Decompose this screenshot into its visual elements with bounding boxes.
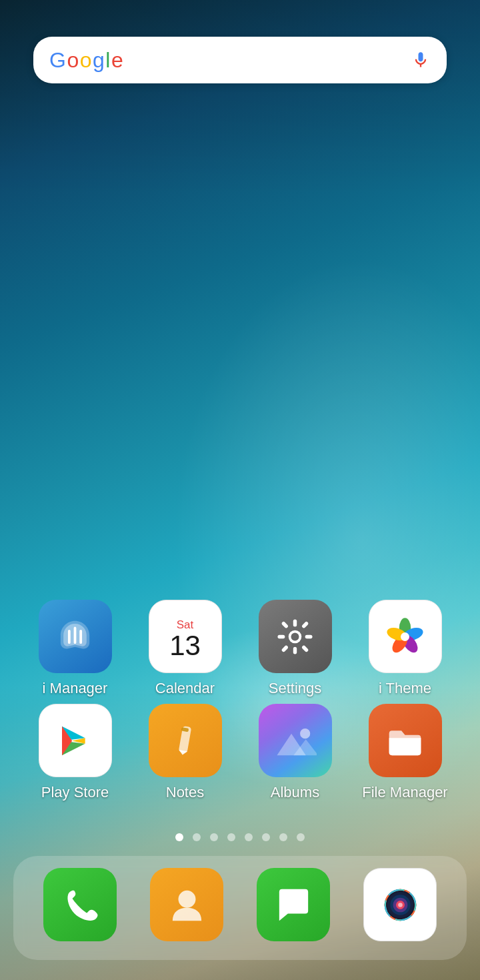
page-dot-2[interactable] (210, 833, 218, 841)
svg-rect-5 (305, 634, 313, 638)
svg-rect-9 (301, 644, 309, 652)
wallpaper-space (0, 97, 480, 600)
albums-icon (259, 704, 332, 777)
dock-item-phone[interactable]: Phone (40, 868, 120, 948)
dock-item-contacts[interactable]: Contacts (147, 868, 227, 948)
phone-icon (43, 868, 117, 941)
app-item-calendar[interactable]: Sat 13 Calendar (137, 600, 233, 697)
calendar-num: 13 (169, 632, 201, 660)
itheme-icon (369, 600, 442, 673)
app-item-playstore[interactable]: Play Store (27, 704, 123, 801)
page-indicators (0, 821, 480, 856)
page-dot-5[interactable] (262, 833, 270, 841)
messages-icon (257, 868, 330, 941)
svg-rect-2 (293, 619, 297, 626)
contacts-icon (150, 868, 223, 941)
playstore-label: Play Store (41, 784, 109, 801)
svg-rect-6 (281, 620, 289, 628)
app-item-imanager[interactable]: i Manager (27, 600, 123, 697)
app-item-filemanager[interactable]: File Manager (357, 704, 453, 801)
camera-icon (363, 868, 437, 941)
app-item-albums[interactable]: Albums (247, 704, 343, 801)
microphone-icon[interactable] (411, 50, 431, 70)
app-grid: i Manager Sat 13 Calendar (0, 600, 480, 821)
svg-rect-7 (301, 620, 309, 628)
svg-rect-3 (293, 646, 297, 654)
dock-item-messages[interactable]: Messages (253, 868, 333, 948)
settings-label: Settings (269, 680, 322, 697)
page-dot-7[interactable] (297, 833, 305, 841)
google-l: l (105, 48, 110, 73)
svg-point-23 (178, 890, 195, 907)
imanager-label: i Manager (43, 680, 108, 697)
settings-icon (259, 600, 332, 673)
playstore-icon (39, 704, 112, 777)
svg-rect-4 (278, 634, 285, 638)
svg-point-15 (401, 632, 409, 641)
svg-rect-8 (281, 644, 289, 652)
page-dot-4[interactable] (245, 833, 253, 841)
app-item-itheme[interactable]: i Theme (357, 600, 453, 697)
page-dot-6[interactable] (279, 833, 287, 841)
search-bar-container: Google (0, 0, 480, 97)
notes-icon (149, 704, 222, 777)
google-e: e (111, 48, 123, 73)
filemanager-label: File Manager (362, 784, 447, 801)
app-item-notes[interactable]: Notes (137, 704, 233, 801)
app-item-settings[interactable]: Settings (247, 600, 343, 697)
notes-label: Notes (166, 784, 204, 801)
albums-label: Albums (271, 784, 319, 801)
calendar-date: Sat 13 (169, 613, 201, 660)
filemanager-icon (369, 704, 442, 777)
imanager-icon (39, 600, 112, 673)
svg-point-29 (398, 903, 403, 907)
dock: Phone Contacts Messages (13, 856, 467, 960)
google-o1: o (67, 48, 78, 73)
app-row-1: i Manager Sat 13 Calendar (20, 600, 460, 697)
itheme-label: i Theme (379, 680, 431, 697)
google-search-bar[interactable]: Google (33, 37, 447, 83)
google-g2: g (93, 48, 104, 73)
dock-item-camera[interactable]: Camera (360, 868, 440, 948)
google-logo: Google (49, 48, 123, 73)
page-dot-3[interactable] (227, 833, 235, 841)
google-o2: o (80, 48, 91, 73)
app-row-2: Play Store Notes (20, 704, 460, 801)
page-dot-0[interactable] (175, 833, 183, 841)
calendar-icon: Sat 13 (149, 600, 222, 673)
home-screen: Google i Mana (0, 0, 480, 980)
google-g: G (49, 48, 65, 73)
calendar-label: Calendar (155, 680, 215, 697)
svg-point-1 (291, 632, 299, 640)
svg-point-22 (300, 728, 310, 739)
page-dot-1[interactable] (193, 833, 201, 841)
